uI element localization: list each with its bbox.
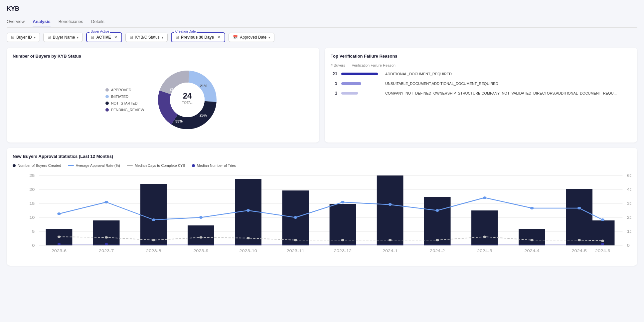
dot-median-tries-2 [105, 243, 108, 245]
filter-buyer-id[interactable]: ⊟ Buyer ID ▾ [7, 33, 40, 42]
dot-approval-rate-10 [483, 196, 487, 199]
tab-analysis[interactable]: Analysis [33, 16, 50, 27]
filter-creation-date[interactable]: Creation Date ⊟ Previous 30 Days ✕ [171, 32, 225, 42]
filters-bar: ⊟ Buyer ID ▾ ⊟ Buyer Name ▾ Buyer Active… [7, 32, 637, 42]
dot-median-days-4 [199, 236, 202, 239]
bar-2023-8 [140, 184, 167, 245]
svg-text:2023-8: 2023-8 [146, 249, 161, 253]
svg-text:2024-4: 2024-4 [524, 249, 539, 253]
close-icon[interactable]: ✕ [114, 35, 117, 40]
donut-chart-svg: 24 TOTAL 21% 25% 33% 21% [154, 67, 221, 133]
svg-text:2023-10: 2023-10 [239, 249, 257, 253]
donut-legend: APPROVED INITIATED NOT_STARTED PENDING_R… [105, 88, 144, 112]
tabs-bar: Overview Analysis Beneficiaries Details [7, 16, 637, 28]
filter-icon: ⊟ [176, 35, 179, 40]
failures-header: # Buyers Verification Failure Reason [331, 63, 631, 67]
svg-text:2024-1: 2024-1 [383, 249, 398, 253]
svg-text:24: 24 [183, 91, 192, 100]
failure-bar-3 [341, 92, 381, 95]
legend-pending-review: PENDING_REVIEW [105, 108, 144, 112]
svg-text:30: 30 [627, 201, 631, 206]
legend-approved: APPROVED [105, 88, 144, 92]
svg-text:15: 15 [29, 201, 35, 206]
svg-text:20: 20 [29, 187, 35, 192]
svg-text:33%: 33% [175, 119, 183, 123]
dot-median-days-8 [389, 239, 392, 241]
failure-row-2: 1 UNSUITABLE_DOCUMENT,ADDITIONAL_DOCUMEN… [331, 81, 631, 86]
legend-dot-pending-review [105, 108, 109, 112]
chevron-down-icon: ▾ [34, 36, 36, 39]
dot-approval-rate-11 [530, 207, 534, 209]
tab-overview[interactable]: Overview [7, 16, 25, 27]
bar-2024-1 [377, 175, 403, 245]
bar-2023-9 [188, 225, 214, 245]
svg-text:2023-11: 2023-11 [286, 249, 304, 253]
chevron-down-icon: ▾ [77, 36, 79, 39]
dot-approval-rate-5 [246, 209, 250, 212]
dot-approval-rate-6 [294, 216, 297, 219]
filter-icon: ⊟ [91, 35, 94, 40]
legend-dot-initiated [105, 95, 109, 98]
filter-icon: ⊟ [11, 35, 14, 40]
dot-approval-rate-1 [57, 212, 61, 215]
filter-kybc-status[interactable]: ⊟ KYB/C Status ▾ [125, 33, 167, 42]
svg-text:5: 5 [32, 229, 35, 234]
legend-dot-approved [105, 88, 109, 92]
failure-row-1: 21 ADDITIONAL_DOCUMENT_REQUIRED [331, 71, 631, 76]
svg-text:60: 60 [627, 173, 631, 178]
bar-2024-3 [471, 210, 498, 245]
failure-row-3: 1 COMPANY_NOT_DEFINED_OWNERSHIP_STRUCTUR… [331, 91, 631, 96]
svg-text:21%: 21% [200, 84, 207, 88]
dot-median-days-7 [341, 239, 344, 241]
dot-median-days-11 [530, 239, 533, 241]
dot-median-days-12 [578, 239, 581, 241]
donut-title: Number of Buyers by KYB Status [13, 54, 313, 59]
svg-text:10: 10 [627, 229, 631, 234]
tab-beneficiaries[interactable]: Beneficiaries [59, 16, 83, 27]
svg-text:2023-9: 2023-9 [193, 249, 208, 253]
bar-2023-7 [93, 220, 120, 245]
dot-median-days-13 [601, 240, 604, 242]
filter-buyer-name[interactable]: ⊟ Buyer Name ▾ [43, 33, 83, 42]
dot-approval-rate-12 [577, 207, 581, 209]
legend-buyers-created: Number of Buyers Created [13, 163, 61, 167]
svg-text:0: 0 [32, 243, 35, 248]
svg-text:2024-5: 2024-5 [571, 249, 586, 253]
svg-text:10: 10 [29, 215, 35, 220]
svg-text:25%: 25% [200, 113, 207, 117]
approval-stats-card: New Buyers Approval Statistics (Last 12 … [7, 148, 637, 266]
dot-approval-rate-9 [435, 209, 439, 212]
chevron-down-icon: ▾ [268, 36, 270, 39]
svg-text:2024-6: 2024-6 [595, 249, 610, 253]
bar-2024-5 [566, 189, 592, 245]
dot-median-days-3 [152, 239, 155, 241]
legend-dot-not-started [105, 102, 109, 105]
tab-details[interactable]: Details [91, 16, 104, 27]
dot-approval-rate-13 [601, 218, 604, 221]
page-title: KYB [7, 5, 637, 12]
donut-container: APPROVED INITIATED NOT_STARTED PENDING_R… [13, 63, 313, 137]
approval-stats-svg: 0 5 10 15 20 25 0 10 20 30 40 60 [13, 172, 631, 259]
svg-text:TOTAL: TOTAL [182, 101, 193, 105]
failures-title: Top Verification Failure Reasons [331, 54, 631, 59]
legend-dot-median-tries [192, 164, 195, 167]
svg-text:40: 40 [627, 187, 631, 192]
failures-card: Top Verification Failure Reasons # Buyer… [325, 48, 637, 143]
svg-text:21%: 21% [170, 87, 177, 91]
failure-bar-1 [341, 73, 381, 75]
svg-text:25: 25 [29, 173, 35, 178]
filter-buyer-active[interactable]: Buyer Active ⊟ ACTIVE ✕ [86, 32, 122, 42]
bar-2024-2 [424, 197, 451, 245]
legend-median-days: Median Days to Complete KYB [127, 163, 185, 167]
dot-approval-rate-2 [104, 201, 108, 203]
calendar-icon: 📅 [233, 35, 238, 40]
legend-initiated: INITIATED [105, 95, 144, 99]
filter-approved-date[interactable]: 📅 Approved Date ▾ [229, 33, 274, 42]
svg-text:2023-12: 2023-12 [334, 249, 352, 253]
close-icon[interactable]: ✕ [217, 35, 221, 40]
approval-stats-legend: Number of Buyers Created Average Approva… [13, 163, 631, 167]
dot-median-days-9 [436, 239, 439, 241]
approval-stats-title: New Buyers Approval Statistics (Last 12 … [13, 154, 631, 159]
bar-2024-4 [519, 229, 545, 245]
svg-text:2024-3: 2024-3 [477, 249, 492, 253]
